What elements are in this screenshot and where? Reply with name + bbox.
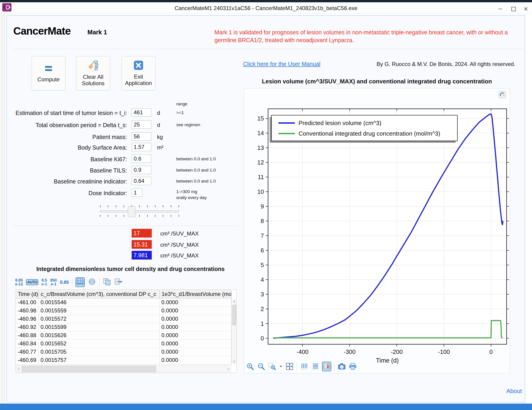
print-button[interactable] bbox=[349, 362, 357, 370]
auto-label: AUTO bbox=[27, 280, 37, 284]
zoom-box-button[interactable] bbox=[268, 362, 276, 370]
table-horizontal-scrollbar[interactable]: ‹ › bbox=[16, 365, 231, 373]
y-axis-grid-button[interactable] bbox=[311, 362, 319, 370]
horizontal-scroll-thumb[interactable] bbox=[22, 366, 156, 372]
start-time-input[interactable] bbox=[132, 108, 151, 117]
full-precision-table-button[interactable] bbox=[76, 277, 85, 287]
range-hint-line2: orally every day bbox=[176, 195, 207, 200]
slider-ticks-bottom bbox=[100, 215, 179, 217]
legend-colorbar-toggle-button[interactable] bbox=[322, 362, 331, 371]
precision-8-5e-1-button[interactable]: 8.5e-1 bbox=[41, 278, 47, 286]
divider bbox=[13, 226, 238, 226]
results-data-table: Time (d) c_c/BreastVolume (cm^3), conven… bbox=[16, 290, 237, 373]
result-row: Clinical lesion volume (t=0): 17 cm³ /SU… bbox=[0, 229, 239, 238]
slider-thumb[interactable] bbox=[128, 206, 135, 217]
dose-indicator-input[interactable] bbox=[132, 188, 142, 197]
range-hint: between 0.0 and 1.0 bbox=[176, 156, 216, 161]
column-header-cc[interactable]: c_c/BreastVolume (cm^3), conventional DP… bbox=[39, 290, 160, 298]
svg-text:11: 11 bbox=[258, 174, 264, 180]
table-row: -460.960.00155720.0000 bbox=[16, 315, 231, 323]
vertical-scroll-thumb[interactable] bbox=[232, 305, 236, 325]
table-row: -461.000.00155460.0000 bbox=[16, 298, 231, 307]
app-title: CancerMate bbox=[13, 25, 71, 37]
table-row: -460.690.00157570.0000 bbox=[16, 356, 231, 364]
separator bbox=[99, 278, 100, 287]
patient-mass-input[interactable] bbox=[132, 132, 151, 141]
zoom-out-button[interactable] bbox=[257, 362, 265, 370]
table-vertical-scrollbar[interactable]: ∧ ∨ bbox=[231, 298, 237, 364]
precision-0-85-button[interactable]: 0.85 bbox=[60, 280, 69, 284]
maximize-button[interactable] bbox=[508, 6, 519, 12]
svg-text:8: 8 bbox=[261, 218, 264, 225]
range-hint: between 0.0 and 1.0 bbox=[176, 179, 216, 184]
plot-window-icon[interactable] bbox=[499, 91, 506, 99]
graphics-toolbar bbox=[246, 361, 357, 371]
table-row: -460.770.00157050.0000 bbox=[16, 348, 231, 356]
user-manual-link[interactable]: Click here for the User Manual bbox=[243, 61, 321, 67]
sphere-view-button[interactable] bbox=[88, 278, 96, 287]
form-row: Baseline Ki67: between 0.0 and 1.0 bbox=[0, 155, 239, 164]
baseline-tils-input[interactable] bbox=[132, 166, 151, 174]
copy-sheets-icon bbox=[103, 278, 111, 286]
copyright-text: By G. Ruocco & M.V. De Bonis, 2024. All … bbox=[377, 61, 515, 67]
copy-table-button[interactable] bbox=[103, 278, 111, 287]
range-hint: >=1 bbox=[176, 110, 184, 115]
graphics-panel: 0123456789101112131415-400-300-200-1000T… bbox=[244, 88, 510, 373]
validation-notice: Mark 1 is validated for prognoses of les… bbox=[215, 29, 519, 44]
baseline-creatinine-input[interactable] bbox=[132, 177, 151, 185]
column-header-time[interactable]: Time (d) bbox=[16, 290, 39, 298]
svg-text:Predicted lesion volume (cm^3): Predicted lesion volume (cm^3) bbox=[298, 120, 381, 127]
dose-slider[interactable] bbox=[100, 205, 179, 218]
range-hint: 1->300 mg bbox=[176, 189, 197, 194]
result-row: Predicted lesion volume (t=Delta t_s): 7… bbox=[0, 251, 239, 260]
lesion-volume-chart[interactable]: 0123456789101112131415-400-300-200-1000T… bbox=[244, 88, 510, 374]
about-link[interactable]: About bbox=[506, 388, 522, 395]
form-row: Estimation of start time of tumor lesion… bbox=[0, 108, 239, 118]
export-table-button[interactable] bbox=[114, 278, 123, 287]
x-axis-grid-button[interactable] bbox=[300, 362, 308, 370]
form-row: Patient mass: kg bbox=[0, 132, 239, 142]
unit-label: d bbox=[157, 122, 160, 128]
table-row: -460.880.00156260.0000 bbox=[16, 332, 231, 340]
svg-text:5: 5 bbox=[261, 262, 264, 268]
exit-application-button[interactable]: Exit Application bbox=[122, 56, 155, 90]
title-bar: CancerMateM1 240311v1aC56 - CancerMateM1… bbox=[0, 2, 532, 13]
scroll-down-arrow[interactable]: ∨ bbox=[232, 359, 237, 364]
svg-text:-300: -300 bbox=[344, 348, 355, 355]
svg-text:Conventional integrated drug c: Conventional integrated drug concentrati… bbox=[298, 130, 440, 137]
snapshot-camera-button[interactable] bbox=[338, 362, 346, 370]
clinical-volume-value[interactable]: 17 bbox=[132, 229, 152, 237]
chart-title: Lesion volume (cm^3/SUV_MAX) and convent… bbox=[244, 78, 510, 85]
form-row: Body Surface Area: m² bbox=[0, 143, 239, 153]
compute-button[interactable]: Compute bbox=[32, 56, 66, 90]
unit-label: m² bbox=[157, 144, 163, 151]
precision-8-85e-12-button[interactable]: 8.85e-12 bbox=[15, 278, 23, 286]
scroll-right-arrow[interactable]: › bbox=[226, 365, 231, 373]
form-row: Baseline TILS: between 0.0 and 1.0 bbox=[0, 166, 239, 176]
left-scroll-gutter[interactable] bbox=[1, 13, 5, 404]
zoom-extents-button[interactable] bbox=[286, 362, 294, 370]
precision-850e-1-button[interactable]: 850e-1 bbox=[50, 278, 57, 286]
observation-period-input[interactable] bbox=[132, 120, 151, 129]
scroll-left-arrow[interactable]: ‹ bbox=[16, 365, 22, 373]
compute-label: Compute bbox=[37, 76, 59, 83]
zoom-in-button[interactable] bbox=[246, 362, 254, 370]
svg-text:0: 0 bbox=[489, 348, 493, 355]
minimize-button[interactable] bbox=[495, 6, 505, 12]
slider-track[interactable] bbox=[100, 211, 179, 212]
svg-text:4: 4 bbox=[261, 276, 264, 283]
auto-precision-button[interactable]: AUTO bbox=[26, 279, 38, 285]
clear-all-solutions-button[interactable]: Clear All Solutions bbox=[76, 56, 110, 90]
table-row: -460.840.00156520.0000 bbox=[16, 340, 231, 348]
table-row: -460.980.00155590.0000 bbox=[16, 307, 231, 315]
body-surface-area-input[interactable] bbox=[132, 143, 151, 151]
close-button[interactable]: ✕ bbox=[521, 6, 531, 12]
scroll-up-arrow[interactable]: ∧ bbox=[232, 298, 237, 304]
separator bbox=[297, 362, 297, 371]
zoom-box-dropdown-caret[interactable] bbox=[279, 365, 283, 368]
exit-label: Exit Application bbox=[122, 74, 155, 86]
svg-text:9: 9 bbox=[261, 203, 264, 210]
application-window: CancerMateM1 240311v1aC56 - CancerMateM1… bbox=[0, 0, 532, 410]
baseline-ki67-input[interactable] bbox=[132, 155, 151, 163]
column-header-cd1[interactable]: 1e3*c_d1/BreastVolume (mo bbox=[160, 290, 231, 298]
